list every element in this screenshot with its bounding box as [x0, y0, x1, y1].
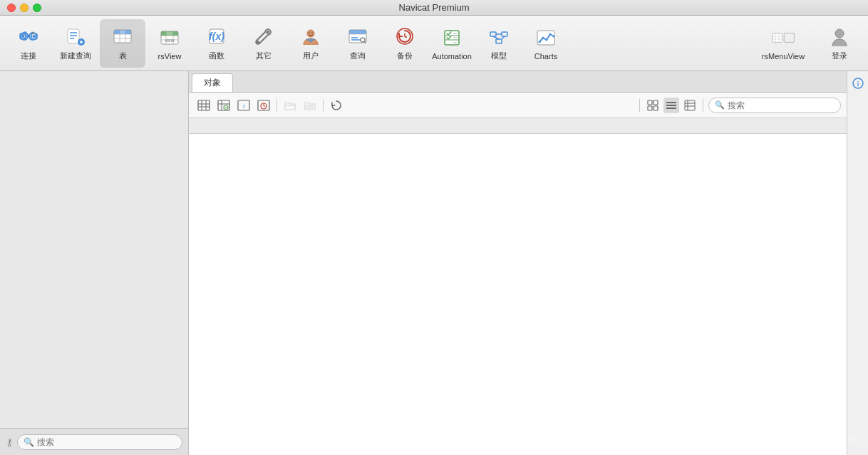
model-label: 模型 — [491, 51, 507, 61]
toolbar-new-query[interactable]: 新建查询 — [53, 19, 98, 68]
svg-rect-58 — [502, 32, 507, 36]
svg-point-7 — [33, 35, 36, 38]
toolbar-login[interactable]: 登录 — [817, 19, 862, 68]
login-icon — [828, 25, 851, 48]
sidebar-bottom: ⚷ 🔍 — [0, 428, 188, 455]
tab-bar: 对象 — [189, 71, 847, 93]
svg-rect-22 — [120, 30, 125, 34]
svg-rect-76 — [198, 100, 210, 110]
svg-rect-102 — [685, 100, 695, 110]
sidebar-search-icon: 🔍 — [24, 437, 34, 447]
table-icon — [111, 25, 134, 48]
tab-object-label: 对象 — [204, 77, 221, 89]
charts-label: Charts — [534, 52, 557, 61]
svg-text:VIEW: VIEW — [165, 38, 175, 43]
toolbar-other[interactable]: 其它 — [241, 19, 286, 68]
detail-view-button[interactable] — [682, 98, 698, 113]
toolbar-backup[interactable]: 备份 — [382, 19, 428, 68]
traffic-lights — [7, 4, 41, 12]
col-headers — [189, 118, 847, 134]
svg-point-75 — [835, 29, 844, 38]
svg-point-35 — [257, 41, 259, 43]
maximize-button[interactable] — [33, 4, 41, 12]
user-icon — [299, 25, 322, 48]
toolbar-user[interactable]: 用户 — [288, 19, 334, 68]
svg-rect-57 — [490, 32, 496, 36]
icon-view-button[interactable] — [645, 98, 661, 113]
obj-sep-views — [639, 99, 640, 112]
toolbar-rsview[interactable]: VIEW rsView — [147, 19, 192, 68]
refresh-button[interactable] — [327, 98, 346, 113]
watermark: 软件SOS — [803, 434, 857, 446]
toolbar-model[interactable]: 模型 — [476, 19, 522, 68]
svg-point-64 — [539, 41, 541, 43]
svg-point-66 — [546, 38, 548, 41]
function-icon: f(x) — [205, 25, 228, 48]
toolbar-automation[interactable]: Automation — [429, 19, 475, 68]
toolbar-right: rsMenuView 登录 — [751, 19, 862, 68]
open-button[interactable] — [281, 98, 299, 113]
svg-rect-31 — [173, 31, 178, 36]
backup-label: 备份 — [397, 51, 413, 61]
svg-rect-97 — [648, 106, 652, 110]
connect-icon — [17, 25, 40, 48]
rsmenuview-label: rsMenuView — [762, 52, 805, 61]
svg-rect-29 — [161, 31, 166, 36]
table-label: 表 — [119, 51, 127, 61]
toolbar-function[interactable]: f(x) 函数 — [194, 19, 239, 68]
object-search-input[interactable] — [728, 100, 835, 110]
sidebar-search-box[interactable]: 🔍 — [17, 434, 182, 450]
svg-rect-30 — [166, 31, 173, 36]
svg-line-61 — [493, 36, 499, 39]
toolbar-connect[interactable]: 连接 — [6, 19, 51, 68]
other-label: 其它 — [256, 51, 272, 61]
tab-object[interactable]: 对象 — [192, 73, 233, 92]
list-view-button[interactable] — [663, 98, 679, 113]
object-content — [189, 134, 847, 455]
user-label: 用户 — [303, 51, 319, 61]
main-layout: ⚷ 🔍 对象 — [0, 71, 868, 455]
model-icon — [487, 25, 510, 48]
svg-rect-69 — [773, 33, 782, 42]
minimize-button[interactable] — [20, 4, 29, 12]
close-button[interactable] — [7, 4, 16, 12]
svg-point-68 — [553, 35, 555, 37]
svg-point-37 — [267, 31, 269, 33]
svg-text:f: f — [243, 103, 245, 110]
new-function-button[interactable]: f — [234, 98, 253, 113]
rsmenuview-icon — [772, 26, 795, 49]
charts-icon — [534, 26, 557, 49]
login-label: 登录 — [832, 51, 847, 61]
toolbar-rsmenuview[interactable]: rsMenuView — [751, 19, 815, 68]
watermark-text: 软件SOS — [819, 434, 857, 446]
sidebar-search-input[interactable] — [37, 437, 176, 447]
toolbar: 连接 新建查询 — [0, 16, 868, 71]
svg-point-6 — [21, 35, 24, 38]
new-view-button[interactable] — [215, 98, 233, 113]
sidebar-lock-icon: ⚷ — [6, 436, 13, 448]
svg-rect-59 — [496, 39, 502, 43]
svg-rect-23 — [125, 30, 131, 34]
query-icon — [346, 25, 369, 48]
sidebar-content — [0, 71, 188, 428]
new-query-label: 新建查询 — [60, 51, 91, 61]
design-button[interactable] — [301, 98, 319, 113]
object-search-icon: 🔍 — [715, 100, 725, 110]
svg-rect-98 — [653, 106, 658, 110]
query-label: 查询 — [350, 51, 366, 61]
new-query-icon — [64, 25, 87, 48]
obj-separator-1 — [277, 99, 277, 112]
automation-icon — [440, 26, 463, 49]
new-table-button[interactable] — [195, 98, 213, 113]
toolbar-charts[interactable]: Charts — [523, 19, 569, 68]
other-icon — [252, 25, 275, 48]
new-event-button[interactable] — [254, 98, 273, 113]
svg-rect-70 — [784, 33, 794, 42]
toolbar-table[interactable]: 表 — [100, 19, 145, 68]
object-search-box[interactable]: 🔍 — [708, 98, 841, 113]
toolbar-query[interactable]: 查询 — [335, 19, 381, 68]
svg-rect-95 — [648, 100, 652, 105]
svg-point-65 — [542, 36, 544, 38]
svg-rect-9 — [68, 29, 79, 43]
info-button[interactable]: i — [852, 77, 864, 93]
